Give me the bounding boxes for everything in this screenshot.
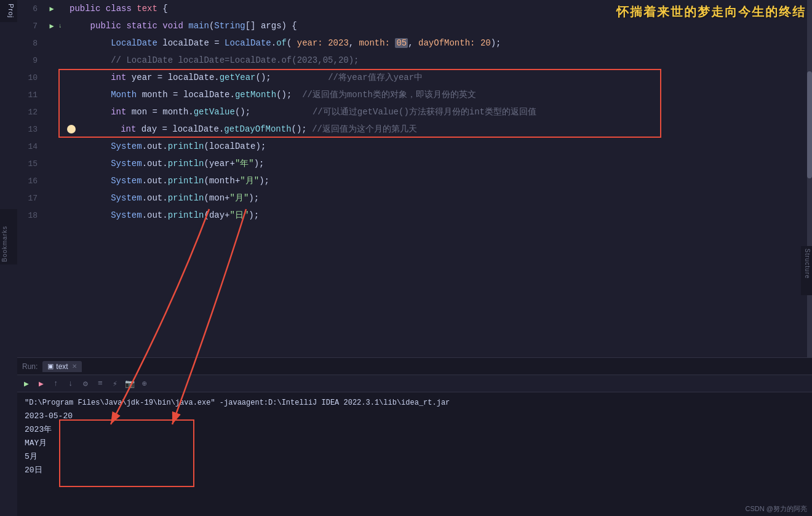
output-area: "D:\Program Files\Java\jdk-19\bin\java.e… [17,392,812,481]
output-line-4: 20日 [25,464,805,477]
run-list2-button[interactable]: ⚡ [108,377,122,391]
code-content-12: int mon = month.getValue(); //可以通过getVal… [68,106,812,117]
indent-arrow-7: ↓ [58,23,68,30]
line-number-9: 9 [17,56,45,65]
code-line-15: 15 System.out.println(year+"年"); [17,155,812,172]
code-content-8: LocalDate localDate = LocalDate.of( year… [68,38,812,48]
run-gutter-6[interactable]: ▶ [45,4,58,14]
line-number-18: 18 [17,211,45,220]
project-tab[interactable]: Proj [0,0,17,22]
code-content-9: // LocalDate localDate=LocalDate.of(2023… [68,55,812,65]
code-content-11: Month month = localDate.getMonth(); //返回… [68,89,812,100]
code-content-16: System.out.println(month+"月"); [68,175,812,186]
run-list-button[interactable]: ≡ [94,377,107,391]
project-label: Proj [7,4,15,18]
line-number-10: 10 [17,73,45,82]
code-line-12: 12 int mon = month.getValue(); //可以通过get… [17,103,812,121]
run-btn-7[interactable]: ▶ [49,22,54,31]
line-number-6: 6 [17,4,45,14]
editor-scrollbar[interactable] [807,0,812,357]
run-tab-icon: ▣ [47,362,54,370]
code-content-14: System.out.println(localDate); [68,141,812,151]
run-down-button[interactable]: ↓ [64,377,78,391]
run-rerun-button[interactable]: ↑ [49,377,63,391]
code-line-8: 8 LocalDate localDate = LocalDate.of( ye… [17,34,812,52]
run-toolbar: ▶ ▶ ↑ ↓ ⚙ ≡ ⚡ 📷 ⊕ [17,375,812,392]
output-line-1: 2023年 [25,423,805,437]
run-panel: Run: ▣ text ✕ ▶ ▶ ↑ ↓ ⚙ ≡ ⚡ 📷 ⊕ "D:\Prog… [17,357,812,516]
output-line-2: MAY月 [25,437,805,450]
line-number-14: 14 [17,142,45,151]
code-content-17: System.out.println(mon+"月"); [68,193,812,204]
run-btn-6[interactable]: ▶ [49,4,54,14]
run-play-button[interactable]: ▶ [20,377,33,391]
run-settings-button[interactable]: ⚙ [79,377,92,391]
code-content-15: System.out.println(year+"年"); [68,158,812,169]
code-content-13: int day = localDate.getDayOfMonth(); //返… [78,124,812,135]
code-content-10: int year = localDate.getYear(); //将year值… [68,72,812,83]
cn-title: 怀揣着来世的梦走向今生的终结 [616,4,806,20]
line-number-15: 15 [17,159,45,169]
code-line-16: 16 System.out.println(month+"月"); [17,172,812,189]
output-cmd-line: "D:\Program Files\Java\jdk-19\bin\java.e… [25,396,805,410]
code-line-10: 10 int year = localDate.getYear(); //将ye… [17,69,812,86]
bookmarks-tab[interactable]: Bookmarks [0,209,17,264]
code-area: 6▶public class text {7▶↓ public static v… [17,0,812,224]
run-plus-button[interactable]: ⊕ [138,377,151,391]
run-tab-close[interactable]: ✕ [72,363,77,370]
warning-dot-13 [67,125,76,133]
code-line-14: 14 System.out.println(localDate); [17,138,812,155]
code-line-18: 18 System.out.println(day+"日"); [17,207,812,224]
line-number-12: 12 [17,108,45,117]
output-line-3: 5月 [25,450,805,464]
run-tab-name: text [56,362,68,371]
line-number-13: 13 [17,125,45,134]
run-camera-button[interactable]: 📷 [123,377,137,391]
line-number-11: 11 [17,90,45,100]
line-number-16: 16 [17,177,45,186]
watermark: CSDN @努力的阿亮 [746,504,807,514]
run-gutter-7[interactable]: ▶ [45,22,58,31]
line-number-8: 8 [17,39,45,48]
run-stop-button stop[interactable]: ▶ [34,377,48,391]
line-number-7: 7 [17,22,45,31]
run-tab-text[interactable]: ▣ text ✕ [42,361,81,372]
line-number-17: 17 [17,194,45,203]
code-line-17: 17 System.out.println(mon+"月"); [17,189,812,207]
structure-tab[interactable]: Structure [801,246,812,295]
editor-scrollbar-thumb[interactable] [807,71,812,178]
code-line-13: 13 int day = localDate.getDayOfMonth(); … [17,121,812,138]
run-label: Run: [22,362,38,371]
code-content-18: System.out.println(day+"日"); [68,210,812,221]
run-tabs-bar: Run: ▣ text ✕ [17,358,812,375]
code-line-11: 11 Month month = localDate.getMonth(); /… [17,86,812,103]
code-line-9: 9 // LocalDate localDate=LocalDate.of(20… [17,52,812,69]
editor-area: 6▶public class text {7▶↓ public static v… [17,0,812,357]
output-line-0: 2023-05-20 [25,410,805,423]
code-content-7: public static void main(String[] args) { [68,21,812,31]
